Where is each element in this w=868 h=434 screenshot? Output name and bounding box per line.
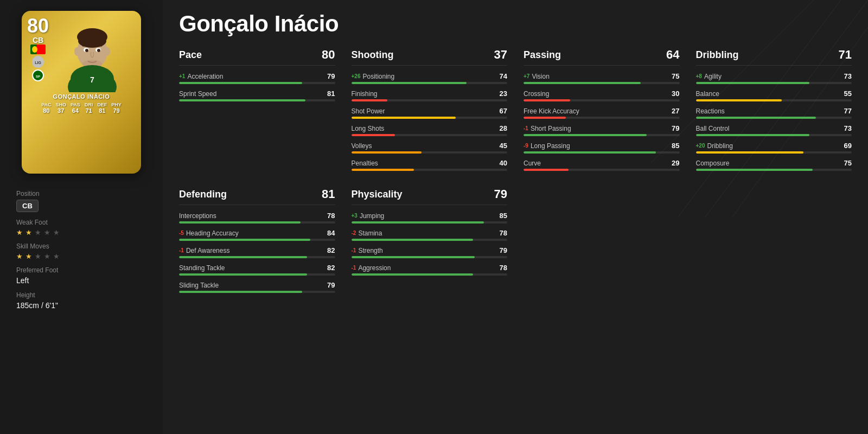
- card-stat-dri: DRI 71: [85, 102, 93, 114]
- stat-bar: [352, 239, 473, 241]
- stat-bar-container: [179, 239, 335, 241]
- stat-row: Sprint Speed 81: [179, 90, 335, 101]
- dribbling-category: Dribbling 71 +8Agility 73 Balance 55 Rea…: [696, 48, 852, 176]
- stat-val: 82: [327, 246, 335, 254]
- stat-val: 67: [500, 107, 507, 115]
- stat-row: Sliding Tackle 79: [179, 281, 335, 293]
- svg-text:SP: SP: [36, 75, 40, 78]
- shooting-category: Shooting 37 +26Positioning 74 Finishing …: [352, 48, 508, 176]
- stat-row: Long Shots 28: [352, 124, 508, 136]
- physicality-name: Physicality: [352, 189, 403, 200]
- height-label: Height: [16, 291, 146, 299]
- stat-bar: [696, 134, 810, 136]
- stat-bar: [352, 117, 456, 119]
- stat-name: -5Heading Accuracy: [179, 229, 239, 237]
- stat-name: Volleys: [352, 142, 372, 150]
- stat-row: -1Short Passing 79: [524, 124, 680, 136]
- player-card: 80 CB LIG SP: [22, 11, 141, 174]
- stat-row: Crossing 30: [524, 90, 680, 101]
- stat-val: 79: [672, 124, 679, 132]
- skill-star-2: ★: [25, 252, 33, 260]
- position-label: Position: [16, 190, 146, 197]
- dribbling-value: 71: [839, 48, 852, 62]
- stat-bar-container: [696, 134, 852, 136]
- stat-bar: [352, 256, 475, 258]
- stat-name: -1Def Awareness: [179, 247, 229, 254]
- svg-point-14: [74, 47, 80, 56]
- star-2: ★: [25, 228, 33, 236]
- stat-name: Finishing: [352, 90, 378, 98]
- stat-bar: [179, 273, 307, 276]
- stat-bar-container: [352, 82, 508, 84]
- stat-name: Reactions: [696, 107, 725, 115]
- stat-bar-container: [524, 151, 680, 154]
- stat-bar-container: [524, 169, 680, 171]
- stat-val: 78: [500, 264, 507, 272]
- stat-val: 78: [500, 229, 507, 237]
- stat-bar-container: [179, 291, 335, 293]
- stat-bar: [179, 291, 302, 293]
- weak-foot-stars: ★ ★ ★ ★ ★: [16, 228, 146, 236]
- stat-row: -1Strength 79: [352, 246, 508, 258]
- player-info: Position CB Weak Foot ★ ★ ★ ★ ★ Skill Mo…: [11, 190, 152, 316]
- stat-bar: [352, 99, 387, 101]
- stat-bar-container: [352, 117, 508, 119]
- stat-bar: [524, 99, 570, 101]
- stat-bar: [352, 82, 467, 84]
- stat-name: +26Positioning: [352, 73, 395, 80]
- stat-name: -1Strength: [352, 247, 383, 254]
- stat-bar: [179, 239, 310, 241]
- stat-bar: [352, 151, 422, 154]
- stat-val: 29: [672, 159, 679, 167]
- physicality-category: Physicality 79 +3Jumping 85 -2Stamina 78…: [352, 187, 508, 298]
- stat-bar: [179, 221, 301, 224]
- stat-bar-container: [524, 134, 680, 136]
- stat-bar-container: [179, 221, 335, 224]
- stat-bar-container: [696, 169, 852, 171]
- stat-val: 79: [327, 72, 335, 80]
- position-value: CB: [16, 200, 39, 212]
- dribbling-name: Dribbling: [696, 49, 739, 61]
- skill-star-1: ★: [16, 252, 24, 260]
- pace-header: Pace 80: [179, 48, 335, 66]
- stat-row: Composure 75: [696, 159, 852, 171]
- stat-bar-container: [179, 273, 335, 276]
- stat-bar: [179, 99, 305, 101]
- skill-star-4: ★: [44, 252, 52, 260]
- stat-name: +20Dribbling: [696, 142, 733, 150]
- card-rating: 80: [27, 16, 49, 36]
- stat-bar-container: [696, 117, 852, 119]
- stat-name: Ball Control: [696, 125, 730, 132]
- stat-name: Penalties: [352, 159, 378, 167]
- stat-bar-container: [524, 117, 680, 119]
- stat-bar-container: [352, 256, 508, 258]
- stat-name: Long Shots: [352, 125, 385, 132]
- stat-bar-container: [696, 82, 852, 84]
- defending-name: Defending: [179, 189, 227, 200]
- dribbling-header: Dribbling 71: [696, 48, 852, 66]
- stat-row: +26Positioning 74: [352, 72, 508, 84]
- defending-stats: Interceptions 78 -5Heading Accuracy 84 -…: [179, 212, 335, 293]
- stat-bar-container: [352, 151, 508, 154]
- stat-name: Shot Power: [352, 107, 385, 115]
- stat-val: 77: [844, 107, 852, 115]
- stat-name: -1Aggression: [352, 264, 391, 272]
- stat-row: +20Dribbling 69: [696, 142, 852, 154]
- stat-name: Crossing: [524, 90, 549, 98]
- pace-stats: +1Acceleration 79 Sprint Speed 81: [179, 72, 335, 101]
- passing-name: Passing: [524, 49, 561, 61]
- stat-bar-container: [352, 99, 508, 101]
- physicality-header: Physicality 79: [352, 187, 508, 205]
- star-1: ★: [16, 228, 24, 236]
- nationality-flag: [30, 44, 46, 54]
- stat-val: 78: [327, 212, 335, 220]
- stat-val: 27: [672, 107, 679, 115]
- stat-bar-container: [696, 99, 852, 101]
- defending-category: Defending 81 Interceptions 78 -5Heading …: [179, 187, 335, 298]
- stat-name: -1Short Passing: [524, 125, 571, 132]
- card-stats: PAC 80 SHO 37 PAS 64 DRI 71 DEF 81 PHY 7…: [41, 102, 122, 114]
- stat-name: +7Vision: [524, 73, 550, 80]
- svg-point-15: [105, 47, 110, 56]
- stat-row: Standing Tackle 82: [179, 264, 335, 276]
- physicality-stats: +3Jumping 85 -2Stamina 78 -1Strength 79: [352, 212, 508, 276]
